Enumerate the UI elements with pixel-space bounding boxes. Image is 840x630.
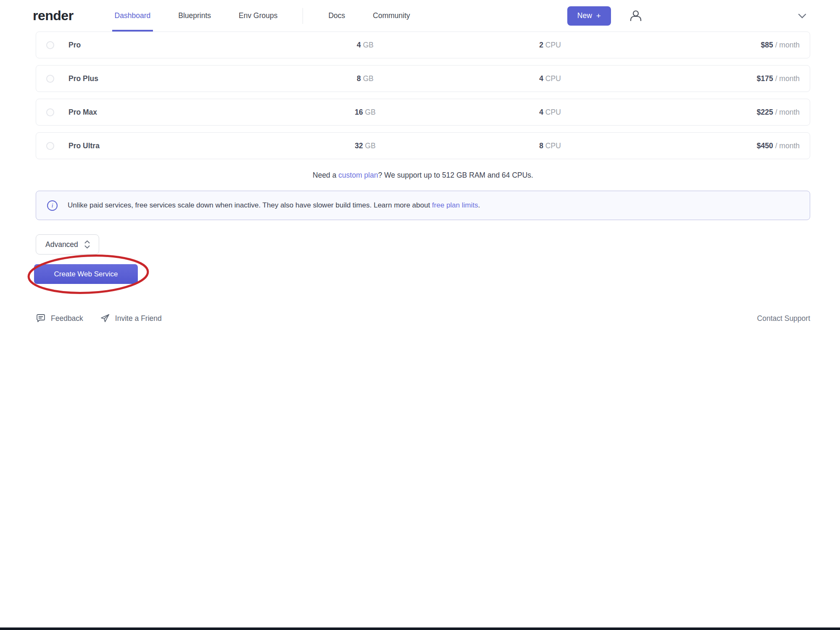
feedback-label: Feedback (51, 314, 83, 323)
invite-friend-label: Invite a Friend (115, 314, 162, 323)
nav-item-community[interactable]: Community (370, 0, 413, 32)
plan-price: $225 / month (659, 108, 800, 117)
ram-unit: GB (363, 142, 376, 150)
nav-divider (303, 8, 303, 24)
info-icon: i (47, 200, 58, 211)
cpu-value: 4 (539, 74, 543, 83)
plan-ram: 8 GB (290, 74, 441, 83)
invite-friend-link[interactable]: Invite a Friend (100, 313, 162, 323)
bottom-edge-bar (0, 627, 840, 630)
custom-plan-note: Need a custom plan? We support up to 512… (36, 171, 810, 180)
price-suffix: / month (773, 74, 800, 83)
plan-row-pro[interactable]: Pro 4 GB 2 CPU $85 / month (36, 32, 810, 58)
plan-name: Pro Ultra (68, 142, 290, 150)
plan-ram: 4 GB (290, 41, 441, 50)
ram-unit: GB (361, 74, 374, 83)
nav-item-blueprints[interactable]: Blueprints (176, 0, 213, 32)
cpu-unit: CPU (543, 142, 561, 150)
paper-plane-icon (100, 313, 110, 323)
new-button-label: New (577, 11, 592, 20)
plan-ram: 16 GB (290, 108, 441, 117)
plan-cpu: 2 CPU (441, 41, 659, 50)
custom-plan-link[interactable]: custom plan (338, 171, 378, 179)
free-plan-limits-link[interactable]: free plan limits (432, 201, 478, 209)
plan-row-pro-ultra[interactable]: Pro Ultra 32 GB 8 CPU $450 / month (36, 132, 810, 159)
cpu-value: 8 (539, 142, 543, 150)
plan-ram: 32 GB (290, 142, 441, 150)
cpu-value: 2 (539, 41, 543, 49)
contact-support-link[interactable]: Contact Support (757, 314, 810, 323)
radio-button[interactable] (46, 75, 54, 83)
price-suffix: / month (773, 142, 800, 150)
plan-name: Pro Max (68, 108, 290, 117)
advanced-label: Advanced (45, 240, 78, 249)
feedback-link[interactable]: Feedback (36, 313, 83, 323)
nav-right-group: New + (413, 6, 807, 26)
plan-name: Pro (68, 41, 290, 50)
info-text-body: Unlike paid services, free services scal… (68, 201, 432, 209)
advanced-toggle[interactable]: Advanced (36, 234, 99, 255)
create-web-service-button[interactable]: Create Web Service (34, 264, 138, 284)
ram-value: 16 (355, 108, 363, 116)
price-value: $85 (761, 41, 773, 49)
plan-price: $85 / month (659, 41, 800, 50)
ram-value: 32 (355, 142, 363, 150)
plan-row-pro-plus[interactable]: Pro Plus 8 GB 4 CPU $175 / month (36, 65, 810, 92)
primary-nav: Dashboard Blueprints Env Groups Docs Com… (112, 0, 413, 32)
free-plan-info-banner: i Unlike paid services, free services sc… (36, 191, 810, 220)
main-content: Pro 4 GB 2 CPU $85 / month Pro Plus 8 GB… (0, 32, 840, 323)
plan-price: $450 / month (659, 142, 800, 150)
chevron-down-icon[interactable] (798, 13, 807, 19)
plan-row-pro-max[interactable]: Pro Max 16 GB 4 CPU $225 / month (36, 99, 810, 126)
cpu-unit: CPU (543, 74, 561, 83)
cpu-value: 4 (539, 108, 543, 116)
nav-item-dashboard[interactable]: Dashboard (112, 0, 153, 32)
plan-name: Pro Plus (68, 74, 290, 83)
plan-cpu: 8 CPU (441, 142, 659, 150)
feedback-bubble-icon (36, 313, 46, 323)
ram-value: 4 (357, 41, 361, 49)
info-banner-text: Unlike paid services, free services scal… (68, 201, 480, 210)
nav-item-env-groups[interactable]: Env Groups (236, 0, 280, 32)
price-value: $450 (757, 142, 773, 150)
radio-button[interactable] (46, 142, 54, 150)
plan-price: $175 / month (659, 74, 800, 83)
info-text-suffix: . (478, 201, 480, 209)
top-navigation: render Dashboard Blueprints Env Groups D… (0, 0, 840, 32)
custom-plan-suffix: ? We support up to 512 GB RAM and 64 CPU… (378, 171, 533, 179)
plan-cpu: 4 CPU (441, 74, 659, 83)
custom-plan-prefix: Need a (313, 171, 338, 179)
price-value: $225 (757, 108, 773, 116)
render-logo[interactable]: render (33, 8, 74, 24)
radio-button[interactable] (46, 41, 54, 49)
ram-value: 8 (357, 74, 361, 83)
user-account-icon[interactable] (629, 9, 643, 23)
ram-unit: GB (361, 41, 374, 49)
cpu-unit: CPU (543, 41, 561, 49)
cpu-unit: CPU (543, 108, 561, 116)
price-suffix: / month (773, 108, 800, 116)
ram-unit: GB (363, 108, 376, 116)
plus-icon: + (596, 11, 601, 21)
chevron-up-down-icon (84, 240, 90, 249)
page-footer: Feedback Invite a Friend Contact Support (36, 313, 810, 323)
nav-item-docs[interactable]: Docs (326, 0, 348, 32)
radio-button[interactable] (46, 108, 54, 116)
new-button[interactable]: New + (567, 6, 611, 26)
plan-cpu: 4 CPU (441, 108, 659, 117)
create-button-area: Create Web Service (36, 264, 810, 284)
price-value: $175 (757, 74, 773, 83)
price-suffix: / month (773, 41, 800, 49)
